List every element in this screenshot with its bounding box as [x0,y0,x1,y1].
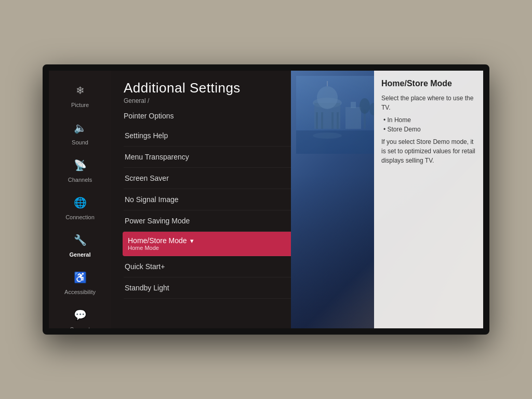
screen-saver-label: Screen Saver [125,174,169,182]
sidebar-label-support: Support [70,326,90,332]
info-panel-title: Home/Store Mode [381,79,476,88]
sidebar-item-connection[interactable]: 🌐 Connection [49,188,111,225]
power-saving-mode-label: Power Saving Mode [125,217,190,225]
tv-screen: ❄ Picture 🔈 Sound 📡 Channels 🌐 Connectio… [49,71,483,328]
home-store-mode-label-group: Home/Store Mode ▾ Home Mode [128,236,194,251]
sidebar-label-sound: Sound [72,139,88,145]
info-panel: Home/Store Mode Select the place where t… [374,71,483,328]
general-icon: 🔧 [71,231,89,249]
info-para-2: • In Home• Store Demo [381,115,476,134]
svg-rect-10 [351,102,356,108]
svg-point-12 [360,98,370,114]
connection-icon: 🌐 [71,193,89,212]
picture-icon: ❄ [71,81,89,100]
svg-rect-5 [316,112,318,129]
svg-point-16 [313,132,342,139]
no-signal-image-label: No Signal Image [125,195,179,204]
sidebar-item-accessibility[interactable]: ♿ Accessibility [49,263,111,300]
home-store-mode-sub: Home Mode [128,245,194,251]
svg-point-3 [317,86,338,109]
svg-rect-9 [345,107,361,129]
section-title: Pointer Options [124,112,174,120]
home-store-mode-chevron-icon: ▾ [190,237,194,245]
sound-icon: 🔈 [71,118,89,137]
info-panel-text: Select the place where to use the TV. • … [381,94,476,165]
tv-frame: ❄ Picture 🔈 Sound 📡 Channels 🌐 Connectio… [43,64,489,335]
sidebar-label-accessibility: Accessibility [64,289,96,295]
sidebar-label-connection: Connection [65,214,95,220]
svg-rect-8 [337,112,339,129]
accessibility-icon: ♿ [71,268,89,287]
home-store-mode-label: Home/Store Mode [128,236,187,245]
info-para-1: Select the place where to use the TV. [381,94,476,112]
sidebar-item-support[interactable]: 💬 Support [49,300,111,335]
channels-icon: 📡 [71,156,89,175]
sidebar-item-channels[interactable]: 📡 Channels [49,151,111,188]
sidebar: ❄ Picture 🔈 Sound 📡 Channels 🌐 Connectio… [49,71,111,328]
sidebar-label-picture: Picture [71,102,89,108]
main-content: Additional Settings General / ↩ Pointer … [111,71,483,328]
sidebar-item-sound[interactable]: 🔈 Sound [49,113,111,151]
svg-rect-7 [331,112,334,129]
standby-light-label: Standby Light [125,284,169,292]
info-para-3: If you select Store Demo mode, it is set… [381,137,476,165]
menu-transparency-label: Menu Transparency [125,153,189,161]
sidebar-label-channels: Channels [68,177,92,183]
settings-help-label: Settings Help [125,131,168,140]
support-icon: 💬 [71,305,89,324]
svg-rect-6 [321,112,323,129]
sidebar-item-picture[interactable]: ❄ Picture [49,76,111,113]
quick-start-label: Quick Start+ [125,262,165,271]
sidebar-label-general: General [70,251,91,258]
sidebar-item-general[interactable]: 🔧 General [49,225,111,263]
